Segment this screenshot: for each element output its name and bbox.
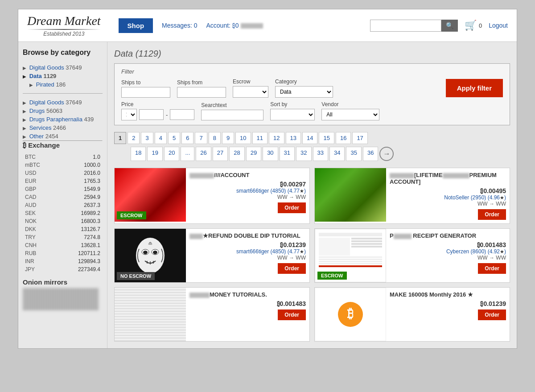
product-seller-3: smart666tiger (4850) (4.77★) (189, 248, 306, 255)
product-price-3: ₿0.01239 (189, 241, 306, 248)
page-btn-12[interactable]: 12 (269, 132, 284, 144)
escrow-select[interactable] (233, 86, 268, 98)
category-select[interactable]: Data (275, 86, 333, 98)
page-next-button[interactable]: → (379, 147, 394, 161)
title-blur-3 (189, 234, 203, 239)
page-btn-31[interactable]: 31 (280, 147, 295, 161)
product-info-5: MONEY TUTORIALS. ₿0.001483 Order (186, 288, 309, 341)
product-top-5: MONEY TUTORIALS. ₿0.001483 Order (115, 288, 309, 341)
price-currency-select[interactable]: ₿ (121, 109, 137, 120)
exchange-row-aud: AUD2637.3 (24, 202, 102, 209)
page-btn-35[interactable]: 35 (346, 147, 361, 161)
page-btn-16[interactable]: 16 (336, 132, 351, 144)
page-btn-19[interactable]: 19 (147, 147, 162, 161)
page-btn-10[interactable]: 10 (235, 132, 251, 144)
apply-filter-button[interactable]: Apply filter (446, 79, 503, 97)
ships-from-input[interactable] (177, 87, 226, 98)
title-blur-1 (189, 173, 214, 178)
product-title-6: MAKE 16000$ Monthly 2016 ★ (390, 291, 506, 298)
page-btn-5[interactable]: 5 (168, 132, 180, 144)
seller-link-2[interactable]: NotoSeller (2950) (4.96★) (444, 194, 506, 201)
price-min-input[interactable] (139, 109, 164, 120)
cat-link-digital-goods-1[interactable]: Digital Goods 37649 (29, 64, 82, 71)
page-btn-8[interactable]: 8 (209, 132, 221, 144)
ships-to-input[interactable] (121, 87, 170, 98)
seller-link-1[interactable]: smart666tiger (4850) (4.77★) (236, 188, 306, 194)
page-btn-29[interactable]: 29 (246, 147, 261, 161)
page-btn-30[interactable]: 30 (263, 147, 278, 161)
seller-link-3[interactable]: smart666tiger (4850) (4.77★) (236, 248, 306, 255)
product-title-3: ★REFUND DOUBLE DIP TUTORIAL (189, 232, 306, 239)
product-seller-2: NotoSeller (2950) (4.96★) (390, 194, 506, 201)
page-title: Data (1129) (114, 49, 510, 59)
page-btn-7[interactable]: 7 (195, 132, 207, 144)
product-title-1: ////ACCOUNT (189, 172, 306, 178)
account-link[interactable]: Account: ₿0 (206, 22, 263, 29)
browse-title: Browse by category (23, 49, 103, 59)
cat-link-drugs-para[interactable]: Drugs Paraphernalia 439 (29, 116, 94, 123)
messages-link[interactable]: Messages: 0 (162, 22, 197, 29)
svg-point-3 (143, 251, 148, 254)
cat-link-digital-goods-2[interactable]: Digital Goods 37649 (29, 99, 82, 106)
page-btn-4[interactable]: 4 (155, 132, 167, 144)
shop-button[interactable]: Shop (119, 18, 153, 33)
cat-arrow-other: ▶ (23, 134, 26, 139)
category-group: Category Data (275, 78, 333, 98)
product-seller-1: smart666tiger (4850) (4.77★) (189, 188, 306, 194)
order-button-2[interactable]: Order (478, 209, 506, 220)
vendor-select[interactable]: All (321, 109, 379, 120)
cat-link-other[interactable]: Other 2454 (29, 133, 58, 140)
searchtext-input[interactable] (201, 110, 263, 120)
page-btn-6[interactable]: 6 (181, 132, 193, 144)
page-btn-36[interactable]: 36 (363, 147, 378, 161)
search-button[interactable]: 🔍 (441, 20, 458, 32)
exchange-row-gbp: GBP1549.9 (24, 186, 102, 193)
exchange-row-inr: INR129894.3 (24, 258, 102, 265)
page-btn-14[interactable]: 14 (302, 132, 317, 144)
exchange-row-usd: USD2016.0 (24, 169, 102, 177)
price-separator: - (166, 111, 168, 118)
order-button-4[interactable]: Order (478, 263, 506, 274)
product-img-4: ESCROW (315, 229, 386, 282)
product-title-4: P RECEIPT GENERATOR (390, 232, 506, 239)
logout-link[interactable]: Logout (489, 22, 508, 29)
exchange-row-mbtc: mBTC1000.0 (24, 161, 102, 169)
page-btn-18[interactable]: 18 (131, 147, 146, 161)
page-btn-32[interactable]: 32 (296, 147, 311, 161)
sort-by-select[interactable] (270, 109, 315, 120)
seller-link-4[interactable]: Cyberzen (8600) (4.92★) (446, 248, 506, 255)
cat-link-drugs[interactable]: Drugs 56063 (29, 107, 62, 114)
cat-link-services[interactable]: Services 2466 (29, 124, 66, 131)
page-btn-1[interactable]: 1 (114, 132, 126, 144)
cart-count: 0 (479, 22, 482, 29)
price-max-input[interactable] (170, 109, 194, 120)
order-button-5[interactable]: Order (278, 309, 306, 320)
page-btn-33[interactable]: 33 (313, 147, 328, 161)
page-btn-11[interactable]: 11 (252, 132, 268, 144)
sidebar-divider (23, 93, 103, 94)
page-btn-13[interactable]: 13 (286, 132, 301, 144)
search-input[interactable] (370, 20, 441, 32)
sort-by-group: Sort by (270, 101, 315, 120)
cat-arrow-pirated: ▶ (29, 83, 33, 87)
page-btn-27[interactable]: 27 (213, 147, 228, 161)
page-btn-28[interactable]: 28 (229, 147, 244, 161)
filter-row-1: Ships to Ships from Escrow Category (121, 78, 503, 98)
order-button-6[interactable]: Order (478, 309, 506, 320)
order-button-3[interactable]: Order (278, 263, 306, 274)
page-btn-26[interactable]: 26 (196, 147, 211, 161)
products-grid: ESCROW ////ACCOUNT ₿0.00297 smart666tige… (114, 168, 510, 342)
page-btn-34[interactable]: 34 (329, 147, 345, 161)
product-card-5: MONEY TUTORIALS. ₿0.001483 Order (114, 287, 310, 342)
page-btn-17[interactable]: 17 (352, 132, 367, 144)
cat-link-data[interactable]: Data 1129 (29, 73, 57, 79)
cat-link-pirated[interactable]: Pirated 186 (36, 81, 66, 88)
page-btn-2[interactable]: 2 (128, 132, 140, 144)
page-btn-20[interactable]: 20 (164, 147, 179, 161)
product-info-3: ★REFUND DOUBLE DIP TUTORIAL ₿0.01239 sma… (186, 229, 309, 282)
page-btn-15[interactable]: 15 (319, 132, 334, 144)
order-button-1[interactable]: Order (278, 202, 306, 213)
page-btn-3[interactable]: 3 (141, 132, 153, 144)
page-btn-9[interactable]: 9 (222, 132, 234, 144)
logo-subtitle: Established 2013 (27, 31, 101, 37)
